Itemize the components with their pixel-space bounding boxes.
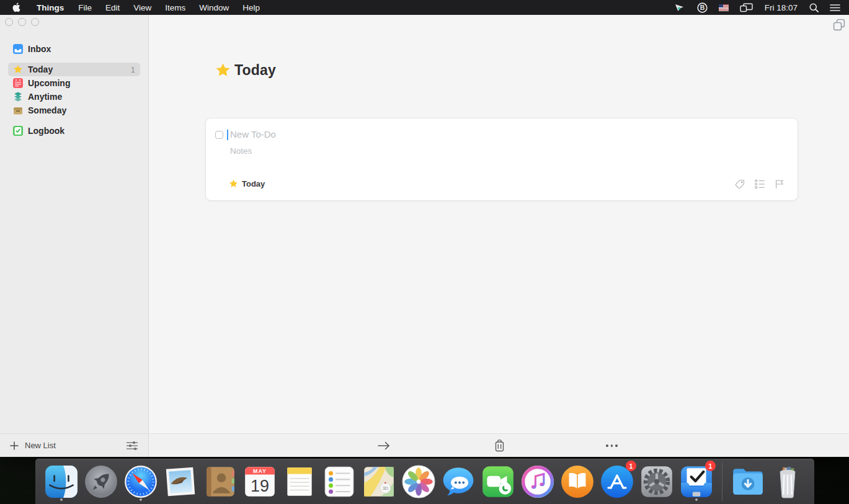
menu-help[interactable]: Help [236, 0, 267, 15]
plus-icon [10, 441, 19, 450]
menu-items[interactable]: Items [158, 0, 192, 15]
zoom-button[interactable] [31, 18, 39, 26]
todo-actions [734, 179, 785, 190]
dock-icon-messages[interactable] [438, 462, 478, 502]
sidebar-item-label: Inbox [28, 44, 51, 54]
apple-icon [12, 2, 20, 12]
sidebar-item-someday[interactable]: Someday [8, 104, 140, 117]
inbox-icon [13, 44, 23, 54]
todo-when-label: Today [242, 179, 265, 188]
sidebar-item-label: Anytime [28, 92, 62, 102]
running-indicator [60, 498, 63, 501]
sidebar-footer: New List [0, 433, 148, 457]
dock-icon-system-preferences[interactable] [637, 462, 677, 502]
sidebar-item-anytime[interactable]: Anytime [8, 90, 140, 104]
minimize-button[interactable] [18, 18, 26, 26]
today-star-icon [229, 179, 238, 188]
notification-center-icon[interactable] [824, 0, 849, 15]
svg-text:3D: 3D [383, 485, 388, 491]
svg-text:MAY: MAY [253, 468, 267, 474]
dock-icon-finder[interactable] [42, 462, 81, 502]
displays-icon[interactable] [734, 0, 758, 15]
flag-icon[interactable] [774, 179, 785, 190]
dock-icon-safari[interactable] [121, 462, 161, 502]
checklist-icon[interactable] [754, 179, 765, 190]
dock: MAY19 3D 1 [35, 459, 814, 504]
sidebar-list: Inbox Today 1 Upcoming [0, 42, 148, 138]
dock-icon-mail[interactable] [161, 462, 200, 502]
dock-icon-app-store[interactable]: 1 [597, 462, 637, 502]
trash-button[interactable] [494, 439, 505, 452]
svg-text:19: 19 [251, 477, 269, 495]
dock-icon-facetime[interactable] [478, 462, 518, 502]
dock-icon-downloads-folder[interactable] [728, 462, 768, 502]
menu-file[interactable]: File [71, 0, 99, 15]
b-circle-status-icon[interactable]: B [691, 0, 713, 15]
today-star-icon [215, 63, 231, 78]
notification-badge: 1 [705, 461, 716, 471]
sidebar-item-today[interactable]: Today 1 [8, 63, 140, 76]
main-area: Today New To-Do Notes Today [149, 15, 849, 457]
more-options-button[interactable] [606, 444, 618, 447]
tag-icon[interactable] [734, 179, 745, 190]
dock-icon-reminders[interactable] [319, 462, 359, 502]
text-caret [227, 130, 228, 140]
main-toolbar [149, 433, 849, 457]
todo-notes-field[interactable]: Notes [230, 146, 252, 156]
desktop: Things File Edit View Items Window Help … [0, 0, 849, 504]
notification-badge: 1 [626, 461, 636, 471]
menu-clock[interactable]: Fri 18:07 [758, 0, 804, 15]
window-controls [5, 18, 39, 26]
menu-bar: Things File Edit View Items Window Help … [0, 0, 849, 15]
sidebar-item-inbox[interactable]: Inbox [8, 42, 140, 56]
menu-app-name[interactable]: Things [29, 3, 71, 12]
dock-icon-books[interactable] [558, 462, 597, 502]
sidebar-item-label: Logbook [28, 126, 64, 136]
sidebar-item-upcoming[interactable]: Upcoming [8, 76, 140, 90]
dock-icon-things[interactable]: 1 [677, 462, 716, 502]
today-star-icon [13, 64, 23, 74]
apple-menu[interactable] [0, 0, 29, 15]
logbook-icon [13, 126, 23, 136]
input-source-flag-icon[interactable] [713, 0, 734, 15]
list-settings-icon[interactable] [126, 441, 138, 451]
sidebar-item-label: Someday [28, 105, 66, 115]
dock-icon-maps[interactable]: 3D [359, 462, 399, 502]
dock-icon-trash[interactable] [768, 462, 807, 502]
today-count-badge: 1 [131, 65, 135, 74]
menu-edit[interactable]: Edit [99, 0, 127, 15]
sidebar-item-label: Today [28, 64, 53, 74]
spotlight-search-icon[interactable] [804, 0, 824, 15]
move-arrow-button[interactable] [377, 441, 391, 451]
page-title: Today [215, 62, 276, 79]
running-indicator [140, 498, 142, 501]
new-todo-card[interactable]: New To-Do Notes Today [205, 118, 798, 201]
multiple-windows-icon[interactable] [833, 19, 845, 31]
menu-view[interactable]: View [127, 0, 158, 15]
new-list-button[interactable]: New List [25, 441, 56, 450]
dock-icon-itunes[interactable] [518, 462, 558, 502]
page-title-text: Today [234, 62, 276, 79]
dock-divider [722, 462, 722, 501]
dock-icon-notes[interactable] [280, 462, 319, 502]
running-indicator [695, 498, 698, 501]
todo-when-chip[interactable]: Today [229, 179, 265, 188]
sidebar-item-label: Upcoming [28, 78, 70, 88]
dock-icon-calendar[interactable]: MAY19 [240, 462, 280, 502]
menu-window[interactable]: Window [192, 0, 236, 15]
upcoming-calendar-icon [13, 78, 23, 88]
someday-box-icon [13, 105, 23, 115]
close-button[interactable] [5, 18, 13, 26]
sidebar-item-logbook[interactable]: Logbook [8, 124, 140, 138]
things-window: Inbox Today 1 Upcoming [0, 15, 849, 457]
anytime-layers-icon [13, 92, 23, 102]
todo-checkbox[interactable] [215, 131, 223, 139]
dock-icon-contacts[interactable] [200, 462, 240, 502]
dock-icon-launchpad[interactable] [81, 462, 121, 502]
dock-icon-photos[interactable] [399, 462, 438, 502]
cursor-status-icon[interactable] [669, 0, 691, 15]
todo-title-field[interactable]: New To-Do [230, 129, 276, 139]
sidebar: Inbox Today 1 Upcoming [0, 15, 149, 457]
svg-text:B: B [700, 4, 705, 11]
